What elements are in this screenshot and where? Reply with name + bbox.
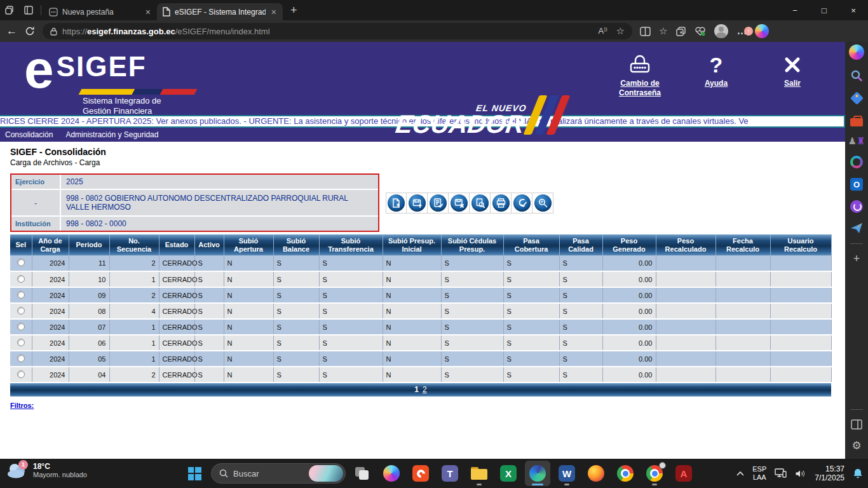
validate-record-button[interactable] — [428, 193, 449, 214]
filters-link[interactable]: Filtros: — [10, 402, 34, 409]
tab-close-icon[interactable]: × — [144, 7, 152, 17]
row-select-radio[interactable] — [17, 291, 25, 299]
notification-bell-icon[interactable] — [853, 468, 863, 479]
edge-button[interactable] — [525, 461, 550, 486]
read-aloud-icon[interactable]: A)) — [599, 26, 607, 36]
chrome-profile-button[interactable] — [642, 461, 667, 486]
add-sidebar-item-icon[interactable]: + — [853, 254, 860, 264]
new-document-button[interactable] — [386, 193, 407, 214]
outlook-icon[interactable]: O — [850, 178, 863, 191]
weather-widget[interactable]: 1 18°C Mayorm. nublado — [6, 462, 87, 478]
tab-actions-icon[interactable] — [0, 3, 19, 18]
view-detail-button[interactable] — [470, 193, 491, 214]
clock[interactable]: 15:37 7/1/2025 — [815, 464, 844, 482]
more-menu-icon[interactable]: …↑ — [736, 25, 747, 37]
menu-item-consolidacion[interactable]: Consolidación — [5, 130, 53, 139]
collections-icon[interactable] — [675, 26, 686, 37]
windows-taskbar: 1 18°C Mayorm. nublado Buscar T X W — [0, 459, 868, 488]
chrome-button[interactable] — [613, 461, 638, 486]
column-header: Subió Balance — [273, 234, 319, 255]
table-cell — [770, 303, 831, 319]
tray-chevron-icon[interactable] — [736, 471, 744, 476]
table-cell: N — [224, 271, 273, 287]
drop-icon[interactable] — [850, 200, 863, 213]
back-button[interactable]: ← — [6, 25, 17, 37]
tray-date: 7/1/2025 — [815, 473, 844, 482]
table-cell: S — [503, 303, 559, 319]
settings-gear-icon[interactable]: ⚙ — [851, 439, 861, 452]
row-select-radio[interactable] — [17, 259, 25, 266]
edge-sidebar: ♟♜ O + ⚙ — [845, 42, 868, 459]
taskbar-search[interactable]: Buscar — [211, 463, 346, 484]
tools-icon[interactable] — [850, 118, 863, 126]
copilot-icon[interactable] — [755, 24, 769, 38]
browser-essentials-icon[interactable] — [695, 26, 706, 36]
table-cell: S — [273, 367, 319, 383]
table-cell: S — [441, 255, 503, 271]
url-scheme: https:// — [62, 27, 87, 36]
table-cell: 0.00 — [602, 319, 656, 335]
column-header: No. Secuencia — [109, 234, 159, 255]
row-select-radio[interactable] — [17, 307, 25, 315]
language-indicator[interactable]: ESPLAA — [752, 465, 766, 482]
approve-record-button[interactable] — [512, 193, 532, 214]
row-select-radio[interactable] — [17, 355, 25, 362]
search-sidebar-icon[interactable] — [850, 69, 863, 82]
row-select-radio[interactable] — [17, 323, 25, 330]
row-select-radio[interactable] — [17, 275, 25, 283]
acrobat-button[interactable]: A — [671, 461, 696, 486]
firefox-button[interactable] — [583, 461, 609, 486]
page-link-2[interactable]: 2 — [423, 385, 427, 394]
page-current[interactable]: 1 — [414, 385, 419, 394]
network-icon[interactable] — [775, 468, 787, 478]
table-row: 2024051CERRADOSNSSNSSS0.00 — [10, 351, 831, 367]
panel-icon[interactable] — [851, 419, 862, 430]
tab-nueva-pestana[interactable]: Nueva pestaña × — [44, 3, 157, 20]
refresh-button[interactable] — [25, 26, 35, 36]
shopping-icon[interactable] — [850, 92, 863, 105]
split-screen-icon[interactable] — [640, 27, 651, 36]
tab-esigef[interactable]: eSIGEF - Sistema Integrado de G × — [157, 3, 283, 20]
address-bar[interactable]: https://esigef.finanzas.gob.ec/eSIGEF/me… — [43, 23, 632, 39]
copilot-app-button[interactable] — [379, 461, 404, 486]
new-tab-favicon-icon — [49, 8, 58, 17]
consult-all-button[interactable] — [532, 193, 553, 214]
task-view-icon — [355, 467, 369, 480]
help-link[interactable]: ? Ayuda — [689, 51, 743, 98]
excel-button[interactable]: X — [496, 461, 521, 486]
table-cell: 09 — [69, 287, 109, 303]
upload-record-button[interactable] — [407, 193, 428, 214]
favorite-star-icon[interactable]: ☆ — [616, 25, 625, 37]
start-button[interactable] — [182, 461, 207, 486]
tab-close-icon[interactable]: × — [270, 7, 278, 17]
games-icon[interactable]: ♟♜ — [848, 136, 865, 146]
close-button[interactable]: × — [839, 0, 868, 20]
word-button[interactable]: W — [554, 461, 580, 486]
profile-avatar[interactable] — [714, 24, 728, 38]
vertical-tabs-icon[interactable] — [19, 3, 38, 18]
task-view-button[interactable] — [349, 461, 375, 486]
favorites-bar-icon[interactable]: ☆ — [659, 25, 667, 37]
delete-record-button[interactable] — [449, 193, 470, 214]
menu-item-administracion[interactable]: Administración y Seguridad — [65, 130, 158, 139]
print-button[interactable] — [491, 193, 512, 214]
copilot-sidebar-icon[interactable] — [849, 44, 864, 60]
change-password-link[interactable]: Cambio deContraseña — [613, 51, 667, 98]
new-tab-button[interactable]: + — [283, 4, 305, 17]
esigef-header: e SIGEF Sistema Integrado de Gestión Fin… — [0, 42, 845, 115]
exit-link[interactable]: Salir — [765, 51, 820, 98]
table-cell: 2024 — [32, 255, 69, 271]
row-select-radio[interactable] — [17, 339, 25, 346]
volume-icon[interactable] — [795, 469, 806, 478]
brand-main: ECUADOR — [394, 113, 526, 135]
microsoft-365-icon[interactable] — [850, 156, 863, 168]
nitro-pdf-button[interactable] — [408, 461, 433, 486]
row-select-radio[interactable] — [17, 370, 25, 378]
maximize-button[interactable]: □ — [810, 0, 839, 20]
share-icon[interactable] — [850, 222, 863, 234]
minimize-button[interactable]: − — [780, 0, 810, 20]
file-explorer-button[interactable] — [466, 461, 492, 486]
table-cell: 0.00 — [602, 367, 656, 383]
teams-button[interactable]: T — [437, 461, 463, 486]
consult-all-icon — [534, 194, 552, 212]
